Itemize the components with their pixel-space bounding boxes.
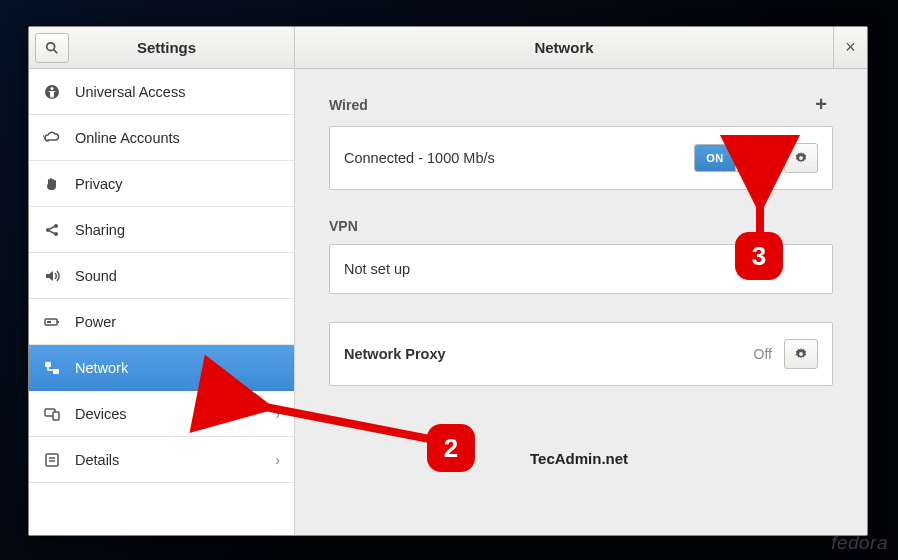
wired-section-header: Wired +: [329, 93, 833, 116]
switch-knob: [735, 145, 771, 171]
svg-line-1: [54, 49, 57, 52]
wired-title: Wired: [329, 97, 368, 113]
network-proxy-label: Network Proxy: [344, 346, 742, 362]
svg-point-7: [54, 224, 58, 228]
network-proxy-state: Off: [754, 346, 772, 362]
sidebar-item-online-accounts[interactable]: Online Accounts: [29, 115, 294, 161]
switch-on-label: ON: [695, 145, 735, 171]
fedora-watermark: fedora: [831, 532, 888, 554]
svg-rect-13: [47, 321, 51, 323]
sidebar-item-label: Sharing: [75, 222, 125, 238]
sidebar-item-label: Devices: [75, 406, 127, 422]
network-icon: [43, 359, 61, 377]
svg-point-3: [51, 87, 54, 90]
svg-rect-15: [53, 369, 59, 374]
battery-icon: [43, 313, 61, 331]
close-icon: ×: [845, 37, 856, 58]
svg-point-21: [799, 156, 803, 160]
plus-icon: +: [815, 93, 827, 115]
add-wired-button[interactable]: +: [809, 93, 833, 116]
sidebar-item-power[interactable]: Power: [29, 299, 294, 345]
sidebar-item-label: Network: [75, 360, 128, 376]
header-bar: Settings Network ×: [29, 27, 867, 69]
svg-rect-12: [58, 321, 60, 323]
sidebar-item-label: Universal Access: [75, 84, 185, 100]
svg-rect-14: [45, 362, 51, 367]
svg-rect-18: [46, 454, 58, 466]
details-icon: [43, 451, 61, 469]
annotation-step-2: 2: [427, 424, 475, 472]
search-icon: [45, 41, 59, 55]
svg-point-8: [54, 232, 58, 236]
search-button[interactable]: [35, 33, 69, 63]
wired-settings-button[interactable]: [784, 143, 818, 173]
gear-icon: [794, 151, 808, 165]
network-proxy-row: Network Proxy Off: [329, 322, 833, 386]
speaker-icon: [43, 267, 61, 285]
wired-connection-row: Connected - 1000 Mb/s ON: [329, 126, 833, 190]
svg-point-0: [47, 42, 55, 50]
header-left: Settings: [29, 27, 295, 68]
svg-rect-17: [53, 412, 59, 420]
watermark-text: TecAdmin.net: [530, 450, 628, 467]
annotation-step-3: 3: [735, 232, 783, 280]
sidebar-item-universal-access[interactable]: Universal Access: [29, 69, 294, 115]
wired-status-text: Connected - 1000 Mb/s: [344, 150, 682, 166]
page-title: Network: [295, 39, 833, 56]
svg-point-4: [44, 137, 46, 139]
share-icon: [43, 221, 61, 239]
sidebar-item-label: Privacy: [75, 176, 123, 192]
sidebar-item-sharing[interactable]: Sharing: [29, 207, 294, 253]
svg-point-5: [43, 135, 44, 136]
sidebar-item-label: Online Accounts: [75, 130, 180, 146]
sidebar-item-privacy[interactable]: Privacy: [29, 161, 294, 207]
wired-toggle[interactable]: ON: [694, 144, 772, 172]
sidebar: Universal Access Online Accounts Privacy…: [29, 69, 295, 535]
sidebar-item-label: Sound: [75, 268, 117, 284]
proxy-settings-button[interactable]: [784, 339, 818, 369]
close-button[interactable]: ×: [833, 27, 867, 69]
devices-icon: [43, 405, 61, 423]
svg-line-23: [260, 406, 445, 442]
svg-point-22: [799, 352, 803, 356]
sidebar-item-network[interactable]: Network: [29, 345, 294, 391]
sidebar-item-label: Details: [75, 452, 119, 468]
cloud-icon: [43, 129, 61, 147]
gear-icon: [794, 347, 808, 361]
vpn-title: VPN: [329, 218, 358, 234]
hand-icon: [43, 175, 61, 193]
svg-line-10: [50, 231, 55, 234]
accessibility-icon: [43, 83, 61, 101]
sidebar-title: Settings: [69, 39, 294, 56]
svg-line-9: [50, 226, 55, 229]
sidebar-item-sound[interactable]: Sound: [29, 253, 294, 299]
header-right: Network ×: [295, 27, 867, 68]
sidebar-item-label: Power: [75, 314, 116, 330]
